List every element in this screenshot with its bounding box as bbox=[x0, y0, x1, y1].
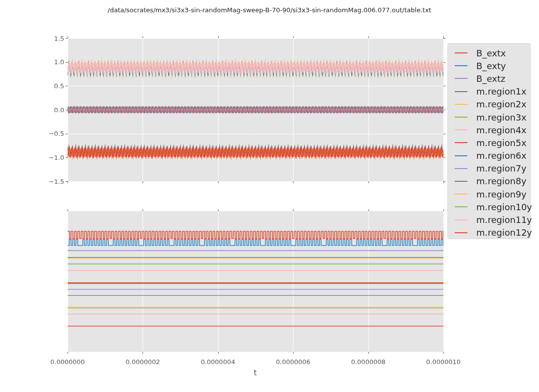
legend-label: m.region11y bbox=[476, 215, 532, 225]
legend-entry: m.region8y bbox=[448, 175, 530, 188]
legend-label: m.region5x bbox=[476, 138, 526, 148]
legend-label: m.region6x bbox=[476, 150, 526, 161]
legend-label: m.region12y bbox=[476, 227, 532, 238]
legend-line-sample bbox=[455, 91, 467, 92]
legend-line-sample bbox=[455, 155, 467, 156]
legend-line-sample bbox=[455, 129, 467, 130]
legend-label: m.region10y bbox=[476, 202, 532, 212]
legend-line-sample bbox=[455, 78, 467, 79]
legend-entry: m.region6x bbox=[448, 149, 530, 162]
legend-label: B_extz bbox=[476, 74, 505, 84]
x-tick-label: 0.0000008 bbox=[344, 359, 393, 365]
legend-label: m.region8y bbox=[476, 176, 526, 186]
legend-entry: m.region9y bbox=[448, 188, 530, 200]
matplotlib-figure: /data/socrates/mx3/si3x3-sin-randomMag-s… bbox=[0, 0, 539, 392]
legend-entry: m.region11y bbox=[448, 213, 530, 226]
legend-entry: m.region1x bbox=[448, 85, 530, 98]
legend-entry: B_exty bbox=[448, 59, 530, 72]
legend-line-sample bbox=[455, 181, 467, 182]
legend-entry: m.region7y bbox=[448, 162, 530, 175]
legend-line-sample bbox=[455, 232, 467, 233]
y-tick-label: −0.5 bbox=[35, 130, 64, 137]
legend-line-sample bbox=[455, 220, 467, 220]
x-tick-label: 0.0000002 bbox=[118, 359, 167, 365]
legend-line-sample bbox=[455, 117, 467, 118]
legend-entry: m.region5x bbox=[448, 136, 530, 149]
y-tick-label: 1.5 bbox=[35, 35, 64, 42]
x-tick-label: 0.0000004 bbox=[194, 359, 243, 365]
legend-label: m.region3x bbox=[476, 112, 526, 122]
y-tick-label: 0.0 bbox=[35, 107, 64, 113]
figure-title: /data/socrates/mx3/si3x3-sin-randomMag-s… bbox=[0, 6, 539, 14]
legend-entry: m.region4x bbox=[448, 123, 530, 136]
legend-line-sample bbox=[455, 65, 467, 66]
legend-label: B_extx bbox=[476, 48, 506, 58]
x-tick-label: 0.0000000 bbox=[43, 359, 92, 365]
x-tick-label: 0.0000010 bbox=[419, 359, 468, 365]
y-tick-label: −1.5 bbox=[35, 178, 64, 185]
legend-label: m.region2x bbox=[476, 99, 526, 109]
legend-line-sample bbox=[455, 104, 467, 105]
y-tick-label: 1.0 bbox=[35, 59, 64, 65]
legend-entry: m.region10y bbox=[448, 200, 530, 213]
legend-entry: m.region12y bbox=[448, 226, 530, 239]
x-axis-label: t bbox=[231, 368, 280, 377]
legend-entry: B_extx bbox=[448, 47, 530, 59]
legend-line-sample bbox=[455, 168, 467, 169]
legend-entry: m.region3x bbox=[448, 111, 530, 123]
legend-entry: m.region2x bbox=[448, 98, 530, 111]
y-tick-label: 0.5 bbox=[35, 83, 64, 89]
y-tick-label: −1.0 bbox=[35, 154, 64, 161]
legend-label: m.region9y bbox=[476, 189, 526, 199]
legend-line-sample bbox=[455, 206, 467, 207]
legend-label: m.region1x bbox=[476, 86, 526, 97]
legend-label: m.region4x bbox=[476, 125, 526, 135]
x-tick-label: 0.0000006 bbox=[269, 359, 318, 365]
legend-label: B_exty bbox=[476, 61, 506, 71]
legend-entry: B_extz bbox=[448, 72, 530, 85]
legend-line-sample bbox=[455, 52, 467, 53]
legend: B_extxB_extyB_extzm.region1xm.region2xm.… bbox=[447, 43, 531, 239]
legend-line-sample bbox=[455, 142, 467, 143]
legend-line-sample bbox=[455, 194, 467, 195]
legend-label: m.region7y bbox=[476, 163, 526, 173]
